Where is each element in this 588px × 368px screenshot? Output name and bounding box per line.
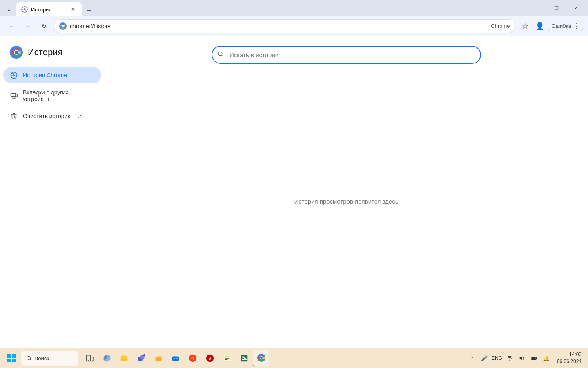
svg-point-29	[176, 358, 177, 359]
notes-icon	[223, 354, 232, 363]
taskbar-right: ⌃ 🎤 ENG	[467, 351, 585, 365]
clock-date: 06.06.2024	[557, 358, 581, 365]
taskbar-search[interactable]: Поиск	[21, 351, 78, 366]
wifi-icon[interactable]	[505, 353, 514, 363]
start-button[interactable]	[3, 350, 20, 366]
svg-rect-13	[7, 354, 11, 358]
taskbar-teams[interactable]	[133, 350, 149, 366]
devices-icon	[10, 92, 18, 100]
svg-point-27	[143, 354, 146, 357]
svg-point-3	[62, 25, 64, 27]
svg-point-40	[509, 360, 510, 361]
system-clock[interactable]: 14:00 06.06.2024	[554, 351, 585, 365]
excel-icon	[240, 354, 249, 363]
taskbar-icons: Я V	[82, 350, 270, 366]
sidebar-item-clear-history-label: Очистить историю	[23, 113, 72, 119]
toolbar: ← → ↻ chrome://history Chrome	[0, 16, 588, 36]
omnibox[interactable]: chrome://history Chrome	[54, 19, 515, 33]
forward-button[interactable]: →	[21, 20, 34, 33]
taskbar-maps[interactable]	[99, 350, 115, 366]
taskbar-excel[interactable]	[236, 350, 252, 366]
clock-time: 14:00	[557, 351, 581, 358]
tab-expand-button[interactable]: ▾	[3, 5, 15, 16]
taskbar-app1[interactable]: V	[202, 350, 218, 366]
svg-point-39	[260, 357, 263, 359]
sidebar-page-title: История	[28, 47, 62, 58]
wifi-icon-svg	[506, 355, 513, 361]
sidebar-item-other-devices[interactable]: Вкладки с других устройств	[3, 85, 101, 106]
active-tab[interactable]: История ✕	[16, 2, 82, 16]
maps-icon	[102, 354, 111, 363]
new-tab-button[interactable]: +	[83, 5, 95, 16]
taskbar-yandex[interactable]: Я	[185, 350, 201, 366]
taskbar-notes[interactable]	[219, 350, 235, 366]
title-bar: ▾ История ✕ + — ❐ ✕	[0, 0, 588, 16]
windows-logo-icon	[7, 354, 16, 363]
back-button[interactable]: ←	[5, 20, 18, 33]
svg-rect-15	[7, 359, 11, 362]
taskbar-search-icon	[26, 355, 32, 361]
chrome-icon	[59, 22, 67, 30]
search-field-wrap	[212, 46, 481, 64]
sidebar-item-clear-history[interactable]: Очистить историю ↗	[3, 108, 101, 124]
external-link-icon: ↗	[78, 113, 82, 119]
svg-rect-14	[12, 354, 16, 358]
error-badge[interactable]: Ошибка ⋮	[548, 21, 583, 31]
taskbar-game[interactable]	[167, 350, 184, 366]
page-content: История История Chrome	[0, 36, 588, 348]
svg-rect-28	[172, 356, 179, 361]
window-controls: — ❐ ✕	[528, 2, 585, 15]
svg-rect-16	[12, 359, 16, 362]
svg-rect-36	[241, 355, 248, 362]
show-hidden-icons-button[interactable]: ⌃	[467, 353, 477, 363]
svg-point-21	[92, 360, 92, 361]
svg-point-6	[15, 51, 18, 54]
mic-icon[interactable]: 🎤	[479, 353, 489, 363]
sidebar-item-chrome-history[interactable]: История Chrome	[3, 67, 101, 83]
volume-icon-svg	[519, 355, 525, 361]
explorer-icon	[120, 354, 129, 363]
sidebar-header: История	[3, 43, 101, 65]
sidebar: История История Chrome	[0, 36, 105, 348]
taskbar-chrome-icon	[257, 353, 266, 362]
trash-icon	[10, 112, 18, 120]
empty-state: История просмотров появится здесь	[294, 64, 398, 339]
close-button[interactable]: ✕	[566, 2, 585, 15]
volume-icon[interactable]	[517, 353, 527, 363]
notification-bell[interactable]: 🔔	[541, 353, 551, 363]
svg-rect-42	[536, 358, 537, 359]
taskbar-explorer[interactable]	[116, 350, 132, 366]
svg-rect-8	[11, 93, 16, 96]
svg-text:Я: Я	[191, 356, 194, 361]
app1-icon: V	[205, 354, 214, 363]
history-icon	[10, 71, 18, 79]
bookmark-button[interactable]: ☆	[519, 20, 532, 33]
minimize-button[interactable]: —	[528, 2, 547, 15]
tab-title-text: История	[31, 7, 66, 13]
history-search-input[interactable]	[212, 46, 481, 64]
reload-button[interactable]: ↻	[38, 20, 51, 33]
tab-close-button[interactable]: ✕	[69, 6, 77, 13]
maximize-button[interactable]: ❐	[547, 2, 566, 15]
taskbar-chrome[interactable]	[253, 350, 270, 366]
taskbar: Поиск	[0, 348, 588, 368]
profile-button[interactable]: 👤	[533, 20, 546, 33]
lang-indicator[interactable]: ENG	[492, 355, 502, 361]
omnibox-brand: Chrome	[491, 23, 510, 29]
yandex-icon: Я	[188, 354, 197, 363]
taskbar-phone-link[interactable]	[82, 350, 98, 366]
tab-favicon-icon	[21, 6, 28, 13]
phone-link-icon	[85, 354, 94, 363]
game-icon	[171, 354, 180, 363]
browser-window: ▾ История ✕ + — ❐ ✕ ← → ↻	[0, 0, 588, 368]
empty-state-text: История просмотров появится здесь	[294, 198, 398, 205]
svg-text:V: V	[209, 357, 212, 361]
sidebar-item-other-devices-label: Вкладки с других устройств	[23, 89, 95, 102]
tab-strip: ▾ История ✕ +	[3, 0, 527, 16]
main-area: История просмотров появится здесь	[105, 36, 588, 348]
svg-point-20	[88, 360, 89, 361]
battery-icon[interactable]	[529, 353, 539, 363]
taskbar-file-manager[interactable]	[150, 350, 167, 366]
file-manager-icon	[154, 354, 163, 363]
sidebar-item-chrome-history-label: История Chrome	[23, 72, 67, 79]
